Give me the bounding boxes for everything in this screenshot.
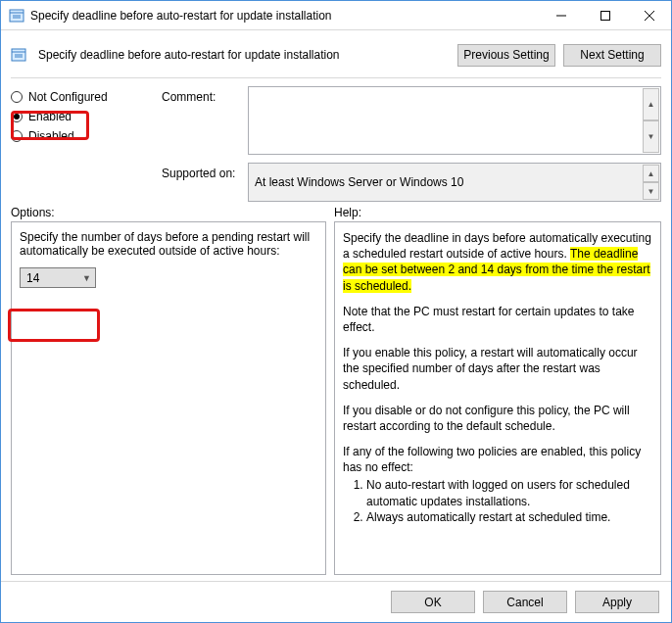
- help-paragraph: If you enable this policy, a restart wil…: [343, 345, 652, 393]
- main-row: Specify the number of days before a pend…: [1, 221, 671, 581]
- state-radios: Not Configured Enabled Disabled: [11, 86, 148, 202]
- help-paragraph: If any of the following two policies are…: [343, 444, 652, 475]
- radio-label: Not Configured: [28, 90, 108, 104]
- radio-disabled[interactable]: Disabled: [11, 129, 148, 143]
- supported-label: Supported on:: [162, 163, 240, 202]
- previous-setting-button[interactable]: Previous Setting: [457, 44, 555, 67]
- config-section: Not Configured Enabled Disabled Comment:…: [1, 82, 671, 202]
- comment-row: Comment: ▲ ▼: [162, 86, 661, 155]
- svg-rect-5: [600, 11, 609, 20]
- help-paragraph: Note that the PC must restart for certai…: [343, 304, 652, 335]
- help-paragraph: If you disable or do not configure this …: [343, 403, 652, 434]
- next-setting-button[interactable]: Next Setting: [563, 44, 661, 67]
- scroll-down-icon[interactable]: ▼: [643, 120, 659, 153]
- radio-label: Disabled: [28, 129, 74, 143]
- comment-textarea[interactable]: ▲ ▼: [248, 86, 661, 155]
- radio-icon: [11, 130, 23, 142]
- scroll-up-icon[interactable]: ▲: [643, 88, 659, 120]
- comment-scrollbar[interactable]: ▲ ▼: [643, 88, 659, 153]
- dialog-footer: OK Cancel Apply: [1, 581, 671, 622]
- help-label: Help:: [334, 206, 361, 219]
- help-list-item: Always automatically restart at schedule…: [366, 509, 652, 525]
- header-row: Specify deadline before auto-restart for…: [1, 30, 671, 73]
- divider: [11, 77, 661, 78]
- titlebar: Specify deadline before auto-restart for…: [1, 1, 671, 30]
- radio-icon: [11, 111, 23, 122]
- days-select[interactable]: 14 ▼: [20, 267, 96, 288]
- ok-button[interactable]: OK: [391, 591, 475, 613]
- radio-icon: [11, 91, 23, 103]
- window-title: Specify deadline before auto-restart for…: [30, 9, 539, 23]
- days-value: 14: [26, 271, 39, 285]
- chevron-down-icon: ▼: [82, 273, 91, 283]
- comment-label: Comment:: [162, 86, 240, 155]
- header-subtitle: Specify deadline before auto-restart for…: [38, 48, 450, 62]
- help-panel: Specify the deadline in days before auto…: [334, 221, 661, 575]
- policy-icon: [11, 47, 26, 63]
- radio-label: Enabled: [28, 110, 72, 123]
- cancel-button[interactable]: Cancel: [483, 591, 567, 613]
- supported-scrollbar[interactable]: ▲ ▼: [643, 165, 659, 200]
- scroll-down-icon[interactable]: ▼: [643, 182, 659, 200]
- scroll-up-icon[interactable]: ▲: [643, 165, 659, 182]
- maximize-button[interactable]: [583, 1, 627, 29]
- supported-on-field: At least Windows Server or Windows 10 ▲ …: [248, 163, 661, 202]
- fields-column: Comment: ▲ ▼ Supported on: At least Wind…: [162, 86, 661, 202]
- supported-value: At least Windows Server or Windows 10: [255, 175, 463, 189]
- policy-icon: [9, 8, 24, 24]
- radio-enabled[interactable]: Enabled: [11, 110, 148, 123]
- policy-editor-window: Specify deadline before auto-restart for…: [0, 0, 672, 623]
- apply-button[interactable]: Apply: [575, 591, 659, 613]
- help-list: No auto-restart with logged on users for…: [343, 477, 652, 525]
- options-label: Options:: [11, 206, 334, 219]
- option-description: Specify the number of days before a pend…: [20, 230, 317, 258]
- options-panel: Specify the number of days before a pend…: [11, 221, 326, 575]
- close-button[interactable]: [627, 1, 671, 29]
- help-paragraph: Specify the deadline in days before auto…: [343, 230, 652, 294]
- mid-labels: Options: Help:: [1, 202, 671, 221]
- help-list-item: No auto-restart with logged on users for…: [366, 477, 652, 508]
- radio-not-configured[interactable]: Not Configured: [11, 90, 148, 104]
- minimize-button[interactable]: [539, 1, 583, 29]
- supported-row: Supported on: At least Windows Server or…: [162, 163, 661, 202]
